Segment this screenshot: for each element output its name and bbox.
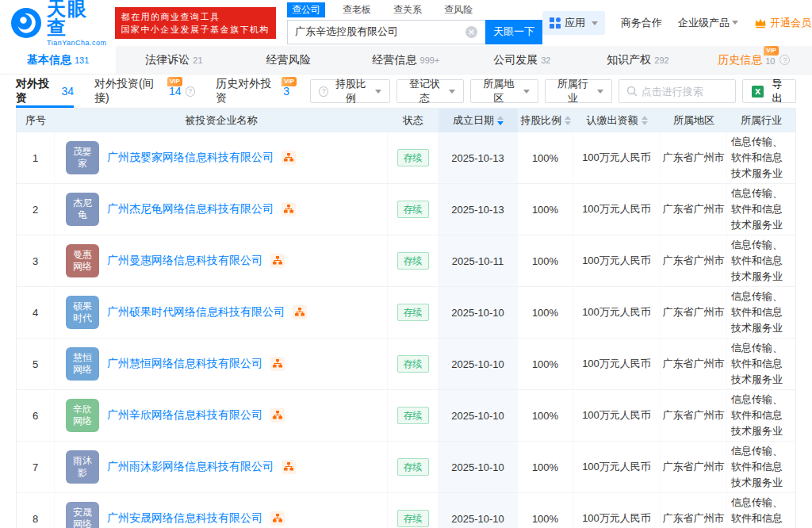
established-date: 2025-10-10: [439, 493, 518, 528]
table-row: 4 硕果 时代 广州硕果时代网络信息科技有限公司 存续 2025-10-: [17, 287, 795, 339]
apps-menu[interactable]: 应用: [542, 11, 605, 35]
chevron-down-icon: [597, 90, 603, 97]
subtab-historical-investment[interactable]: 历史对外投资 VIP 3: [216, 75, 289, 108]
region: 广东省广州市: [661, 235, 727, 286]
col-subscribed-capital[interactable]: 认缴出资额: [573, 109, 661, 132]
shareholding-ratio: 100%: [518, 132, 573, 183]
table-search-input[interactable]: [642, 86, 729, 98]
excel-icon: X: [752, 86, 764, 98]
shareholding-ratio: 100%: [518, 235, 573, 286]
equity-chart-icon[interactable]: [293, 305, 307, 319]
status-cell: 存续: [388, 184, 439, 235]
equity-chart-icon[interactable]: [270, 511, 285, 526]
tab-history-info[interactable]: 历史信息 VIP 10: [696, 46, 812, 74]
help-icon[interactable]: [186, 86, 196, 97]
status-badge: 存续: [397, 407, 429, 424]
company-avatar[interactable]: 杰尼 龟: [66, 193, 99, 226]
search-button[interactable]: 天眼一下: [485, 20, 542, 44]
tab-operating-risk[interactable]: 经营风险: [232, 46, 348, 74]
equity-chart-icon[interactable]: [270, 254, 285, 268]
subtab-indirect-investment[interactable]: 对外投资(间接) VIP 14: [94, 75, 195, 108]
region: 广东省广州市: [661, 390, 727, 441]
tianyancha-logo[interactable]: 天眼查 TianYanCha.com: [11, 0, 107, 47]
industry: 信息传输、软件和信息技术服务业: [727, 235, 795, 286]
company-avatar[interactable]: 安晟 网络: [66, 502, 99, 528]
filter-region[interactable]: 所属地区: [470, 79, 538, 103]
chevron-down-icon: [732, 21, 738, 28]
established-date: 2025-10-10: [439, 390, 518, 441]
company-name-link[interactable]: 广州安晟网络信息科技有限公司: [107, 511, 262, 526]
equity-chart-icon[interactable]: [282, 151, 296, 165]
company-cell: 雨沐 影 广州雨沐影网络信息科技有限公司: [55, 442, 388, 492]
svg-text:X: X: [755, 87, 761, 96]
company-avatar[interactable]: 雨沐 影: [66, 450, 99, 484]
shareholding-ratio: 100%: [518, 287, 573, 338]
industry: 信息传输、软件和信息技术服务业: [727, 287, 795, 338]
tab-operating-info[interactable]: 经营信息999+: [348, 46, 464, 74]
search-input[interactable]: [287, 20, 485, 44]
company-name-link[interactable]: 广州杰尼龟网络信息科技有限公司: [107, 202, 274, 216]
company-avatar[interactable]: 曼惠 网络: [66, 244, 99, 277]
subscribed-capital: 100万元人民币: [573, 390, 661, 441]
established-date: 2025-10-10: [439, 442, 518, 492]
search-tab-risk[interactable]: 查风险: [439, 2, 477, 17]
clear-input-icon[interactable]: [465, 26, 477, 38]
status-badge: 存续: [397, 304, 429, 321]
tab-intellectual-property[interactable]: 知识产权292: [580, 46, 695, 74]
tab-legal-proceedings[interactable]: 法律诉讼21: [116, 46, 232, 74]
subscribed-capital: 100万元人民币: [573, 442, 661, 492]
company-cell: 硕果 时代 广州硕果时代网络信息科技有限公司: [55, 287, 388, 338]
status-cell: 存续: [388, 287, 439, 338]
filter-industry[interactable]: 所属行业: [545, 79, 612, 103]
chevron-down-icon: [449, 90, 455, 97]
status-badge: 存续: [397, 355, 429, 373]
shareholding-ratio: 100%: [518, 390, 573, 441]
status-badge: 存续: [397, 149, 429, 166]
company-avatar[interactable]: 茂婴 家: [66, 141, 99, 174]
region: 广东省广州市: [661, 132, 727, 183]
enterprise-products-link[interactable]: 企业级产品: [678, 16, 738, 30]
search-tab-boss[interactable]: 查老板: [338, 2, 376, 17]
equity-chart-icon[interactable]: [282, 202, 296, 216]
tab-basic-info[interactable]: 基本信息131: [0, 46, 116, 74]
filter-bar: 持股比例 登记状态 所属地区 所属行业 X 导出: [310, 79, 796, 103]
company-name-link[interactable]: 广州硕果时代网络信息科技有限公司: [107, 305, 285, 319]
table-row: 6 辛欣 网络 广州辛欣网络信息科技有限公司 存续 2025-10-10: [17, 390, 795, 442]
company-cell: 茂婴 家 广州茂婴家网络信息科技有限公司: [55, 132, 388, 183]
subtab-outbound-investment[interactable]: 对外投资 34: [16, 75, 74, 108]
table-search-box[interactable]: [619, 79, 736, 103]
investment-section: 对外投资 34 对外投资(间接) VIP 14 历史对外投资 VIP 3 持股比…: [16, 75, 796, 528]
established-date: 2025-10-10: [439, 339, 518, 389]
col-industry: 所属行业: [727, 109, 795, 132]
chevron-down-icon: [523, 90, 530, 97]
search-tab-relation[interactable]: 查关系: [389, 2, 427, 17]
top-right-nav: 应用 商务合作 企业级产品 开通会员 肖青羽: [542, 11, 812, 35]
status-badge: 存续: [397, 510, 429, 527]
tab-company-development[interactable]: 公司发展32: [464, 46, 580, 74]
shareholding-ratio: 100%: [518, 339, 573, 389]
equity-chart-icon[interactable]: [270, 357, 285, 371]
col-established-date[interactable]: 成立日期: [439, 109, 518, 132]
company-avatar[interactable]: 慧恒 网络: [66, 347, 99, 381]
filter-registration-status[interactable]: 登记状态: [396, 79, 464, 103]
equity-chart-icon[interactable]: [282, 460, 296, 474]
company-name-link[interactable]: 广州曼惠网络信息科技有限公司: [107, 254, 262, 268]
equity-chart-icon[interactable]: [270, 408, 285, 423]
open-vip-link[interactable]: 开通会员: [754, 16, 812, 30]
vip-badge: VIP: [282, 77, 297, 86]
search-tab-company[interactable]: 查公司: [287, 2, 325, 17]
company-name-link[interactable]: 广州辛欣网络信息科技有限公司: [107, 408, 262, 423]
shareholding-ratio: 100%: [518, 493, 573, 528]
company-name-link[interactable]: 广州雨沐影网络信息科技有限公司: [107, 460, 274, 474]
col-shareholding-ratio[interactable]: 持股比例: [518, 109, 573, 132]
company-avatar[interactable]: 硕果 时代: [66, 296, 99, 329]
company-name-link[interactable]: 广州茂婴家网络信息科技有限公司: [107, 151, 274, 165]
export-button[interactable]: X 导出: [742, 79, 796, 103]
company-avatar[interactable]: 辛欣 网络: [66, 399, 99, 432]
company-name-link[interactable]: 广州慧恒网络信息科技有限公司: [107, 357, 262, 371]
help-icon[interactable]: [779, 55, 790, 65]
filter-shareholding-ratio[interactable]: 持股比例: [310, 79, 390, 103]
table-row: 3 曼惠 网络 广州曼惠网络信息科技有限公司 存续 2025-10-11: [17, 235, 795, 287]
business-cooperation-link[interactable]: 商务合作: [621, 16, 662, 30]
table-header: 序号 被投资企业名称 状态 成立日期 持股比例 认缴出资额 所属地区 所属行业: [17, 109, 795, 132]
